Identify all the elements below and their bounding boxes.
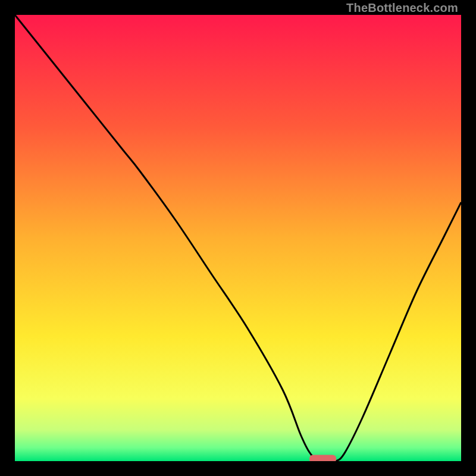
- chart-frame: [15, 15, 461, 461]
- watermark-text: TheBottleneck.com: [346, 1, 458, 15]
- bottleneck-chart: [15, 15, 461, 461]
- optimal-marker: [309, 455, 336, 462]
- gradient-background: [15, 15, 461, 461]
